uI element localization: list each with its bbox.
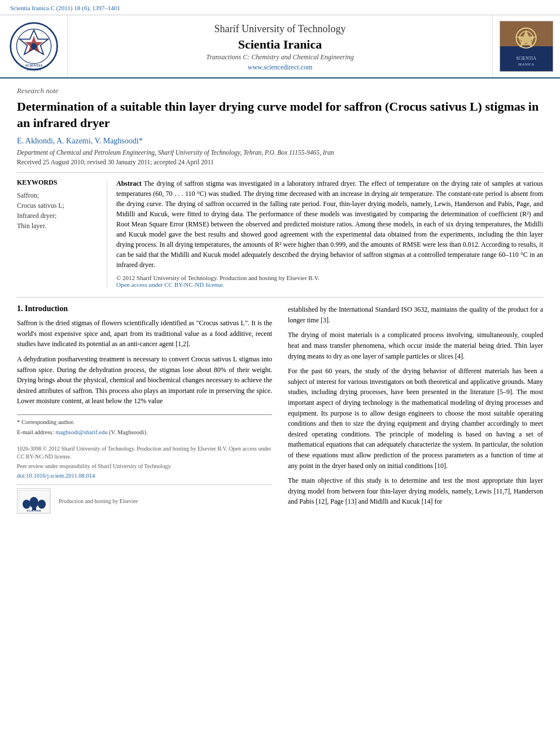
- svg-point-18: [23, 500, 30, 509]
- footnote-corresponding: * Corresponding author.: [17, 418, 272, 427]
- intro-para-1: Saffron is the dried stigmas of flowers …: [17, 318, 272, 350]
- header-transactions: Transactions C: Chemistry and Chemical E…: [206, 53, 354, 62]
- right-para-3: For the past 60 years, the study of the …: [288, 366, 543, 471]
- journal-bar-text: Scientia Iranica C (2011) 18 (6), 1397–1…: [10, 5, 120, 11]
- page: Scientia Iranica C (2011) 18 (6), 1397–1…: [0, 0, 560, 747]
- svg-point-17: [29, 497, 38, 508]
- doi-text[interactable]: doi:10.1016/j.scient.2011.08.014: [17, 473, 272, 479]
- svg-text:ELSEVIER: ELSEVIER: [27, 509, 41, 512]
- email-link[interactable]: maghsodi@sharif.edu: [55, 429, 107, 435]
- journal-bar: Scientia Iranica C (2011) 18 (6), 1397–1…: [0, 0, 560, 15]
- article-type-label: Research note: [17, 86, 543, 95]
- email-person: (V. Maghsoodi).: [109, 429, 147, 435]
- affiliation: Department of Chemical and Petroleum Eng…: [17, 149, 543, 156]
- issn-text: 1026-3098 © 2012 Sharif University of Te…: [17, 445, 272, 461]
- header-logo-left: SCIENTIA IRANICA: [0, 15, 68, 77]
- right-logo-image: SCIENTIA IRANICA: [500, 21, 553, 72]
- svg-text:SCIENTIA: SCIENTIA: [516, 56, 536, 61]
- intro-para-2: A dehydration postharvesting treatment i…: [17, 354, 272, 407]
- authors: E. Akhondi, A. Kazemi, V. Maghsoodi*: [17, 137, 543, 146]
- body-two-col: 1. Introduction Saffron is the dried sti…: [17, 297, 543, 514]
- header-center: Sharif University of Technology Scientia…: [68, 15, 492, 77]
- abstract-text: Abstract The drying of saffron stigma wa…: [116, 178, 543, 270]
- header-url[interactable]: www.sciencedirect.com: [248, 63, 313, 72]
- keyword-infrared: Infrared dryer;: [17, 212, 98, 220]
- abstract-col: Abstract The drying of saffron stigma wa…: [107, 178, 543, 288]
- keyword-crocus: Crocus sativus L;: [17, 202, 98, 210]
- elsevier-footer-text: Production and hosting by Elsevier: [59, 497, 138, 505]
- right-para-4: The main objective of this study is to d…: [288, 475, 543, 507]
- intro-heading: 1. Introduction: [17, 304, 272, 313]
- col-left: 1. Introduction Saffron is the dried sti…: [17, 304, 274, 514]
- abstract-body: The drying of saffron stigma was investi…: [116, 180, 543, 269]
- elsevier-logo: ELSEVIER: [17, 488, 51, 514]
- header-university: Sharif University of Technology: [215, 23, 346, 35]
- abstract-section: KEYWORDS Saffron; Crocus sativus L; Infr…: [17, 172, 543, 288]
- svg-point-4: [30, 43, 37, 50]
- keyword-saffron: Saffron;: [17, 191, 98, 200]
- svg-text:IRANICA: IRANICA: [26, 67, 41, 71]
- email-label: E-mail address:: [17, 429, 54, 435]
- open-access-text[interactable]: Open access under CC BY-NC-ND license.: [116, 281, 224, 288]
- footnote-area: * Corresponding author. E-mail address: …: [17, 414, 272, 436]
- header-section: SCIENTIA IRANICA Sharif University of Te…: [0, 15, 560, 78]
- article-title: Determination of a suitable thin layer d…: [17, 99, 543, 131]
- right-para-1: established by the International Standar…: [288, 304, 543, 325]
- col-right: established by the International Standar…: [286, 304, 543, 514]
- footnote-email: E-mail address: maghsodi@sharif.edu (V. …: [17, 429, 272, 437]
- svg-text:SCIENTIA: SCIENTIA: [25, 63, 42, 67]
- keyword-thin-layer: Thin layer.: [17, 222, 98, 230]
- scientia-iranica-logo: SCIENTIA IRANICA: [8, 21, 59, 72]
- svg-point-19: [38, 500, 46, 509]
- copyright-line: © 2012 Sharif University of Technology. …: [116, 274, 320, 281]
- received-dates: Received 25 August 2010; revised 30 Janu…: [17, 159, 543, 165]
- footer-bottom: ELSEVIER Production and hosting by Elsev…: [17, 484, 272, 514]
- right-para-2: The drying of moist materials is a compl…: [288, 330, 543, 361]
- svg-text:IRANICA: IRANICA: [518, 62, 535, 66]
- abstract-label: Abstract: [116, 180, 142, 187]
- keywords-col: KEYWORDS Saffron; Crocus sativus L; Infr…: [17, 178, 107, 288]
- peer-review-text: Peer review under responsibility of Shar…: [17, 462, 272, 470]
- header-logo-right: SCIENTIA IRANICA: [492, 15, 560, 77]
- keywords-title: KEYWORDS: [17, 178, 98, 187]
- header-journal-name: Scientia Iranica: [238, 37, 322, 52]
- main-content: Research note Determination of a suitabl…: [0, 78, 560, 522]
- copyright-text: © 2012 Sharif University of Technology. …: [116, 274, 543, 288]
